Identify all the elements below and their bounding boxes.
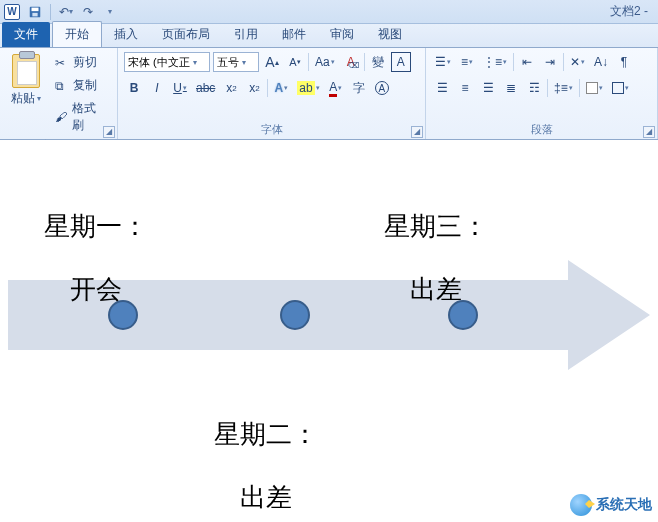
globe-icon xyxy=(570,494,592,516)
format-painter-label: 格式刷 xyxy=(72,100,107,134)
highlight-button[interactable]: ab▾ xyxy=(294,78,322,98)
shrink-font-button[interactable]: A▾ xyxy=(285,52,305,72)
tab-insert[interactable]: 插入 xyxy=(102,22,150,47)
app-icon: W xyxy=(4,4,20,20)
group-paragraph: ☰▾ ≡▾ ⋮≡▾ ⇤ ⇥ ✕▾ A↓ ¶ ☰ ≡ ☰ ≣ ☶ xyxy=(426,48,658,139)
document-title: 文档2 - xyxy=(610,3,654,20)
tab-mailings[interactable]: 邮件 xyxy=(270,22,318,47)
qat-separator xyxy=(50,4,51,20)
ribbon: 粘贴▾ ✂ 剪切 ⧉ 复制 🖌 格式刷 剪贴板 ◢ xyxy=(0,48,658,140)
decrease-indent-button[interactable]: ⇤ xyxy=(517,52,537,72)
italic-button[interactable]: I xyxy=(147,78,167,98)
font-size-combo[interactable]: 五号▾ xyxy=(213,52,259,72)
text-effects-button[interactable]: A▾ xyxy=(271,78,291,98)
change-case-button[interactable]: Aa▾ xyxy=(312,52,338,72)
text-direction-button[interactable]: ✕▾ xyxy=(567,52,588,72)
cut-button[interactable]: ✂ 剪切 xyxy=(51,52,111,73)
sort-button[interactable]: A↓ xyxy=(591,52,611,72)
superscript-button[interactable]: x2 xyxy=(244,78,264,98)
save-icon[interactable] xyxy=(26,3,44,21)
format-painter-button[interactable]: 🖌 格式刷 xyxy=(51,98,111,136)
paste-label: 粘贴 xyxy=(11,90,35,107)
timeline-label-1-title: 星期一： xyxy=(44,212,148,241)
brush-icon: 🖌 xyxy=(55,110,68,124)
timeline-dot-2[interactable] xyxy=(280,300,310,330)
clear-formatting-button[interactable]: A⌫ xyxy=(341,52,361,72)
timeline-label-1[interactable]: 星期一： 开会 xyxy=(18,180,148,336)
font-color-button[interactable]: A▾ xyxy=(326,78,346,98)
paragraph-launcher[interactable]: ◢ xyxy=(643,126,655,138)
numbering-button[interactable]: ≡▾ xyxy=(457,52,477,72)
tab-file[interactable]: 文件 xyxy=(2,22,50,47)
group-clipboard: 粘贴▾ ✂ 剪切 ⧉ 复制 🖌 格式刷 剪贴板 ◢ xyxy=(0,48,118,139)
timeline-label-3-title: 星期三： xyxy=(384,212,488,241)
watermark: 系统天地 xyxy=(570,494,652,516)
borders-button[interactable]: ▾ xyxy=(609,78,632,98)
redo-icon[interactable]: ↷ xyxy=(79,3,97,21)
paste-icon xyxy=(12,54,40,88)
timeline-label-1-body: 开会 xyxy=(70,275,122,304)
copy-icon: ⧉ xyxy=(55,79,69,93)
bullets-button[interactable]: ☰▾ xyxy=(432,52,454,72)
font-family-combo[interactable]: 宋体 (中文正▾ xyxy=(124,52,210,72)
enclose-char-button[interactable]: A xyxy=(372,78,392,98)
char-shading-button[interactable]: 字 xyxy=(349,78,369,98)
undo-icon[interactable]: ↶▾ xyxy=(57,3,75,21)
font-launcher[interactable]: ◢ xyxy=(411,126,423,138)
qat-customize-icon[interactable]: ▾ xyxy=(101,3,119,21)
align-center-button[interactable]: ≡ xyxy=(455,78,475,98)
tab-home[interactable]: 开始 xyxy=(52,21,102,47)
svg-rect-2 xyxy=(32,12,37,16)
paste-button[interactable]: 粘贴▾ xyxy=(6,52,47,136)
grow-font-button[interactable]: A▴ xyxy=(262,52,282,72)
separator xyxy=(563,53,564,71)
align-right-button[interactable]: ☰ xyxy=(478,78,498,98)
timeline-label-2[interactable]: 星期二： 出差 xyxy=(188,388,318,522)
separator xyxy=(267,79,268,97)
tab-layout[interactable]: 页面布局 xyxy=(150,22,222,47)
copy-button[interactable]: ⧉ 复制 xyxy=(51,75,111,96)
subscript-button[interactable]: x2 xyxy=(221,78,241,98)
line-spacing-button[interactable]: ‡≡▾ xyxy=(551,78,576,98)
document-canvas[interactable]: 星期一： 开会 星期三： 出差 星期二： 出差 系统天地 xyxy=(0,140,658,522)
separator xyxy=(513,53,514,71)
timeline-label-2-title: 星期二： xyxy=(214,420,318,449)
strikethrough-button[interactable]: abc xyxy=(193,78,218,98)
separator xyxy=(579,79,580,97)
quick-access-toolbar: ↶▾ ↷ ▾ xyxy=(26,3,119,21)
svg-rect-1 xyxy=(32,7,39,11)
cut-label: 剪切 xyxy=(73,54,97,71)
increase-indent-button[interactable]: ⇥ xyxy=(540,52,560,72)
align-left-button[interactable]: ☰ xyxy=(432,78,452,98)
ribbon-tabs: 文件 开始 插入 页面布局 引用 邮件 审阅 视图 xyxy=(0,24,658,48)
timeline-label-3[interactable]: 星期三： 出差 xyxy=(358,180,488,336)
bold-button[interactable]: B xyxy=(124,78,144,98)
justify-button[interactable]: ≣ xyxy=(501,78,521,98)
tab-references[interactable]: 引用 xyxy=(222,22,270,47)
tab-review[interactable]: 审阅 xyxy=(318,22,366,47)
timeline-label-3-body: 出差 xyxy=(410,275,462,304)
group-font-label: 字体 xyxy=(124,120,419,137)
scissors-icon: ✂ xyxy=(55,56,69,70)
multilevel-list-button[interactable]: ⋮≡▾ xyxy=(480,52,510,72)
group-font: 宋体 (中文正▾ 五号▾ A▴ A▾ Aa▾ A⌫ 變 A B I U▾ abc xyxy=(118,48,426,139)
distributed-button[interactable]: ☶ xyxy=(524,78,544,98)
timeline-label-2-body: 出差 xyxy=(240,483,292,512)
separator xyxy=(308,53,309,71)
copy-label: 复制 xyxy=(73,77,97,94)
group-paragraph-label: 段落 xyxy=(432,120,651,137)
character-border-button[interactable]: A xyxy=(391,52,411,72)
separator xyxy=(364,53,365,71)
separator xyxy=(547,79,548,97)
show-marks-button[interactable]: ¶ xyxy=(614,52,634,72)
phonetic-guide-button[interactable]: 變 xyxy=(368,52,388,72)
tab-view[interactable]: 视图 xyxy=(366,22,414,47)
underline-button[interactable]: U▾ xyxy=(170,78,190,98)
clipboard-launcher[interactable]: ◢ xyxy=(103,126,115,138)
watermark-text: 系统天地 xyxy=(596,496,652,514)
shading-button[interactable]: ▾ xyxy=(583,78,606,98)
